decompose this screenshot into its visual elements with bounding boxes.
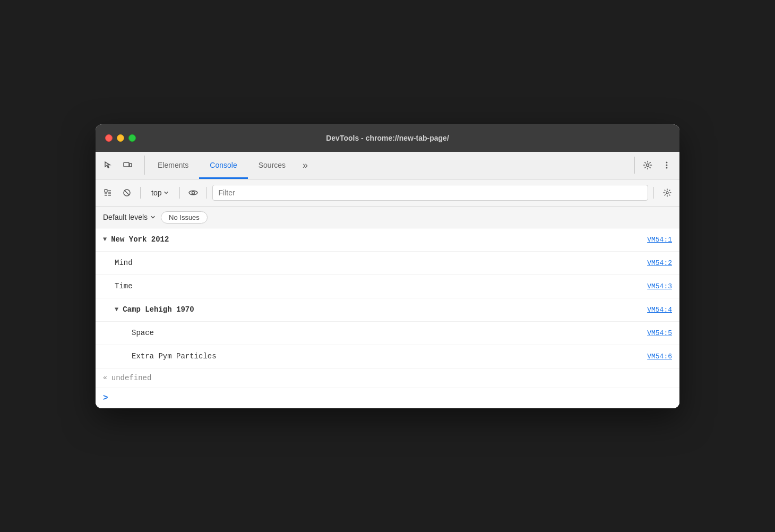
undefined-text: undefined [111, 374, 152, 382]
filter-input[interactable] [212, 185, 648, 201]
row-main-3: Time [115, 282, 647, 290]
row-text-4: Camp Lehigh 1970 [123, 305, 194, 314]
row-main-6: Extra Pym Particles [132, 352, 647, 361]
svg-point-5 [666, 167, 668, 169]
toolbar-divider-1 [140, 187, 141, 199]
svg-rect-0 [124, 162, 129, 167]
tab-console[interactable]: Console [199, 151, 247, 179]
triangle-icon-4[interactable]: ▼ [115, 306, 118, 313]
no-issues-button[interactable]: No Issues [161, 211, 208, 224]
tab-elements[interactable]: Elements [147, 151, 199, 179]
row-text-6: Extra Pym Particles [132, 352, 217, 361]
row-link-4[interactable]: VM54:4 [647, 306, 672, 314]
row-text-2: Mind [115, 259, 133, 267]
more-options-icon-button[interactable] [658, 157, 675, 174]
console-row-6: Extra Pym Particles VM54:6 [96, 345, 679, 368]
svg-point-4 [666, 165, 668, 166]
close-button[interactable] [105, 134, 113, 142]
row-main-1: ▼ New York 2012 [103, 235, 647, 244]
devtools-panel: Elements Console Sources » [96, 152, 679, 408]
window-title: DevTools - chrome://new-tab-page/ [326, 134, 449, 142]
svg-point-15 [192, 192, 195, 194]
return-arrow-icon: « [103, 374, 107, 382]
toolbar-divider-2 [179, 187, 180, 199]
svg-point-16 [666, 192, 668, 194]
console-row-2: Mind VM54:2 [96, 252, 679, 275]
console-bottom: « undefined > [96, 368, 679, 408]
title-bar: DevTools - chrome://new-tab-page/ [96, 124, 679, 152]
traffic-lights [105, 134, 136, 142]
levels-bar: Default levels No Issues [96, 207, 679, 228]
console-settings-icon-button[interactable] [659, 185, 675, 201]
context-selector[interactable]: top [146, 186, 174, 199]
svg-point-3 [666, 162, 668, 164]
row-text-1: New York 2012 [111, 235, 169, 244]
row-main-5: Space [132, 329, 647, 337]
row-main-2: Mind [115, 259, 647, 267]
toolbar-divider-3 [206, 187, 207, 199]
row-link-5[interactable]: VM54:5 [647, 329, 672, 337]
console-row-3: Time VM54:3 [96, 275, 679, 298]
row-text-5: Space [132, 329, 154, 337]
svg-rect-1 [130, 164, 132, 167]
device-toolbar-icon-button[interactable] [119, 157, 136, 174]
triangle-icon-1[interactable]: ▼ [103, 236, 107, 243]
row-link-1[interactable]: VM54:1 [647, 236, 672, 244]
console-output: ▼ New York 2012 VM54:1 Mind VM54:2 Time … [96, 228, 679, 368]
row-link-3[interactable]: VM54:3 [647, 282, 672, 290]
row-main-4: ▼ Camp Lehigh 1970 [115, 305, 647, 314]
row-text-3: Time [115, 282, 133, 290]
prompt-chevron-icon: > [103, 393, 108, 403]
maximize-button[interactable] [128, 134, 136, 142]
tab-bar-right [634, 157, 675, 174]
tab-sources[interactable]: Sources [248, 151, 296, 179]
prompt-row[interactable]: > [96, 388, 679, 408]
svg-rect-6 [105, 190, 107, 192]
eye-icon-button[interactable] [185, 185, 201, 201]
inspect-icon-button[interactable] [100, 157, 117, 174]
row-link-2[interactable]: VM54:2 [647, 259, 672, 267]
devtools-icons [100, 156, 145, 175]
svg-point-2 [647, 164, 649, 167]
row-link-6[interactable]: VM54:6 [647, 353, 672, 361]
undefined-row: « undefined [96, 368, 679, 388]
console-row-4: ▼ Camp Lehigh 1970 VM54:4 [96, 298, 679, 322]
clear-console-button[interactable] [100, 185, 116, 201]
console-toolbar: top [96, 179, 679, 207]
settings-icon-button[interactable] [639, 157, 656, 174]
svg-line-14 [125, 191, 130, 195]
tabs-container: Elements Console Sources » [147, 151, 634, 179]
devtools-window: DevTools - chrome://new-tab-page/ [96, 124, 679, 408]
console-row-1: ▼ New York 2012 VM54:1 [96, 228, 679, 252]
console-row-5: Space VM54:5 [96, 322, 679, 345]
block-icon-button[interactable] [119, 185, 135, 201]
more-tabs-button[interactable]: » [296, 151, 314, 179]
toolbar-divider-4 [653, 187, 654, 199]
default-levels-dropdown[interactable]: Default levels [103, 213, 156, 221]
tab-bar: Elements Console Sources » [96, 152, 679, 179]
minimize-button[interactable] [117, 134, 124, 142]
